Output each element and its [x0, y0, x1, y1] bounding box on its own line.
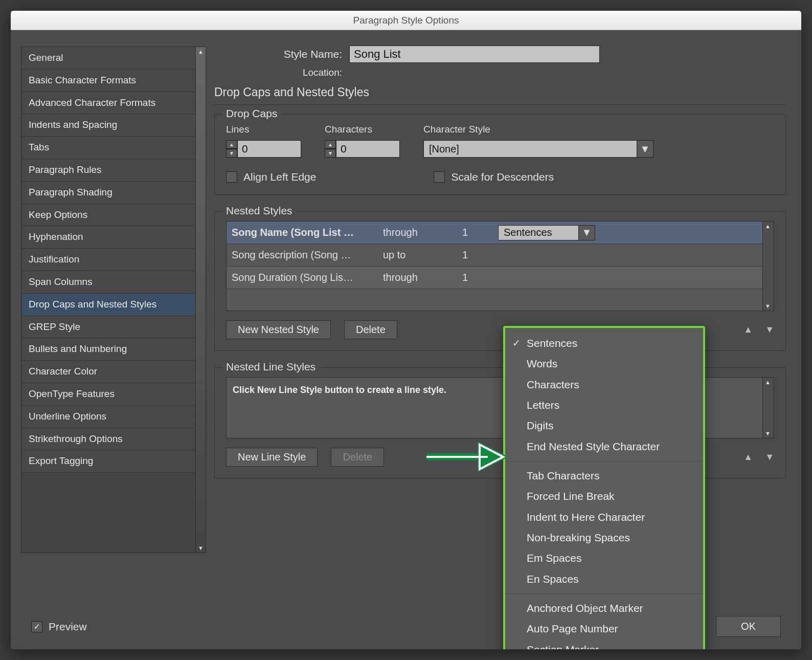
dropdown-item[interactable]: Non-breaking Spaces: [505, 527, 703, 548]
lines-field: Lines ▲ ▼: [226, 124, 301, 158]
nested-line-styles-scrollbar[interactable]: ▲ ▼: [762, 378, 774, 438]
dropdown-item-label: End Nested Style Character: [527, 439, 660, 454]
lines-input[interactable]: [237, 140, 301, 158]
category-sidebar: GeneralBasic Character FormatsAdvanced C…: [21, 47, 206, 553]
delete-nested-style-button[interactable]: Delete: [344, 320, 397, 339]
align-left-edge-label: Align Left Edge: [243, 171, 316, 183]
dropdown-item[interactable]: Forced Line Break: [505, 486, 703, 507]
nested-styles-list: Song Name (Song List …through1Sentences▼…: [226, 221, 774, 311]
checkbox-icon: ✓: [31, 621, 42, 632]
nested-style-row[interactable]: Song Name (Song List …through1Sentences▼: [227, 222, 762, 244]
dropdown-item[interactable]: End Nested Style Character: [505, 436, 703, 457]
unit-dropdown-menu[interactable]: ✓SentencesWordsCharactersLettersDigitsEn…: [503, 326, 705, 650]
drop-caps-group: Drop Caps Lines ▲ ▼ Characters: [214, 114, 786, 195]
dropdown-item[interactable]: Tab Characters: [505, 466, 703, 486]
dropdown-item[interactable]: Section Marker: [505, 640, 703, 650]
sidebar-item[interactable]: Character Color: [21, 361, 195, 383]
ok-button[interactable]: OK: [716, 616, 781, 637]
sidebar-item[interactable]: Paragraph Rules: [21, 159, 195, 182]
align-left-edge-checkbox[interactable]: Align Left Edge: [226, 171, 316, 183]
dropdown-item-label: Tab Characters: [527, 469, 599, 483]
sidebar-item[interactable]: Advanced Character Formats: [21, 92, 195, 115]
sidebar-item[interactable]: Keep Options: [21, 204, 195, 227]
sidebar-item[interactable]: Justification: [21, 249, 195, 271]
nested-style-count[interactable]: 1: [459, 272, 495, 283]
nested-style-count[interactable]: 1: [459, 227, 495, 238]
sidebar-item[interactable]: Bullets and Numbering: [21, 338, 195, 361]
lines-down-icon[interactable]: ▼: [226, 149, 237, 158]
dropdown-item[interactable]: Digits: [505, 415, 703, 436]
scroll-down-icon[interactable]: ▼: [765, 430, 771, 436]
reorder-line-buttons: ▲ ▼: [743, 452, 774, 463]
dropdown-item-label: Digits: [527, 419, 554, 433]
move-down-icon[interactable]: ▼: [765, 452, 774, 463]
sidebar-item[interactable]: General: [21, 47, 195, 70]
window-title: Paragraph Style Options: [353, 15, 459, 26]
dropdown-item-label: Indent to Here Character: [527, 510, 645, 524]
nested-style-row[interactable]: Song description (Song …up to1: [227, 244, 762, 267]
scroll-up-icon[interactable]: ▲: [765, 223, 771, 229]
sidebar-scrollbar[interactable]: ▲ ▼: [195, 47, 206, 553]
sidebar-container: GeneralBasic Character FormatsAdvanced C…: [11, 30, 206, 649]
nested-styles-scrollbar[interactable]: ▲ ▼: [762, 222, 774, 311]
sidebar-item[interactable]: Basic Character Formats: [21, 70, 195, 92]
dropdown-item-label: Letters: [527, 398, 559, 412]
dropdown-item[interactable]: ✓Sentences: [505, 333, 703, 354]
style-name-input[interactable]: [349, 46, 600, 63]
dropdown-item-label: En Spaces: [527, 572, 579, 586]
preview-checkbox[interactable]: ✓ Preview: [31, 621, 87, 633]
scroll-down-icon[interactable]: ▼: [198, 545, 204, 551]
lines-label: Lines: [226, 124, 301, 135]
sidebar-item[interactable]: Paragraph Shading: [21, 182, 195, 204]
nested-style-row[interactable]: Song Duration (Song Lis…through1: [227, 267, 762, 289]
sidebar-item[interactable]: Tabs: [21, 137, 195, 159]
chevron-down-icon[interactable]: ▼: [578, 226, 595, 240]
nested-style-prep[interactable]: through: [380, 272, 459, 283]
nested-style-prep[interactable]: up to: [380, 249, 459, 261]
charstyle-select[interactable]: [None] ▼: [423, 140, 653, 158]
scroll-down-icon[interactable]: ▼: [765, 303, 771, 309]
sidebar-item[interactable]: Export Tagging: [21, 450, 195, 473]
sidebar-item[interactable]: Span Columns: [21, 271, 195, 294]
divider: [214, 104, 786, 105]
nested-style-count[interactable]: 1: [459, 249, 495, 261]
charstyle-label: Character Style: [423, 124, 774, 135]
move-down-icon[interactable]: ▼: [765, 324, 774, 335]
dropdown-item[interactable]: Em Spaces: [505, 548, 703, 568]
chars-up-icon[interactable]: ▲: [325, 140, 336, 149]
check-icon: ✓: [512, 337, 527, 350]
lines-spinner[interactable]: ▲ ▼: [226, 140, 301, 158]
dropdown-item[interactable]: Anchored Object Marker: [505, 598, 703, 619]
sidebar-item[interactable]: Underline Options: [21, 406, 195, 428]
move-up-icon[interactable]: ▲: [743, 452, 753, 463]
dropdown-item[interactable]: Auto Page Number: [505, 619, 703, 639]
dropdown-item-label: Em Spaces: [527, 551, 581, 565]
new-nested-style-button[interactable]: New Nested Style: [226, 320, 331, 339]
dropdown-item[interactable]: Letters: [505, 395, 703, 415]
scroll-up-icon[interactable]: ▲: [765, 379, 771, 385]
sidebar-item[interactable]: GREP Style: [21, 316, 195, 339]
sidebar-item[interactable]: Drop Caps and Nested Styles: [21, 294, 195, 316]
sidebar-item[interactable]: Indents and Spacing: [21, 114, 195, 137]
dropdown-item[interactable]: Characters: [505, 375, 703, 395]
chevron-down-icon[interactable]: ▼: [637, 141, 653, 157]
new-line-style-button[interactable]: New Line Style: [226, 448, 318, 467]
dropdown-item[interactable]: Words: [505, 354, 703, 374]
dropdown-item[interactable]: En Spaces: [505, 569, 703, 589]
move-up-icon[interactable]: ▲: [743, 324, 753, 335]
chars-down-icon[interactable]: ▼: [325, 149, 336, 158]
sidebar-item[interactable]: Hyphenation: [21, 226, 195, 249]
sidebar-item[interactable]: Strikethrough Options: [21, 428, 195, 451]
scroll-up-icon[interactable]: ▲: [198, 49, 204, 55]
style-name-row: Style Name:: [214, 46, 786, 63]
characters-spinner[interactable]: ▲ ▼: [325, 140, 400, 158]
lines-up-icon[interactable]: ▲: [226, 140, 237, 149]
dropdown-item[interactable]: Indent to Here Character: [505, 507, 703, 527]
characters-input[interactable]: [336, 140, 400, 158]
nested-style-prep[interactable]: through: [380, 227, 459, 238]
location-label: Location:: [214, 67, 342, 78]
scale-descenders-checkbox[interactable]: Scale for Descenders: [434, 171, 554, 183]
nested-style-unit-select[interactable]: Sentences▼: [498, 225, 595, 240]
sidebar-item[interactable]: OpenType Features: [21, 383, 195, 406]
charstyle-field: Character Style [None] ▼: [423, 124, 774, 158]
